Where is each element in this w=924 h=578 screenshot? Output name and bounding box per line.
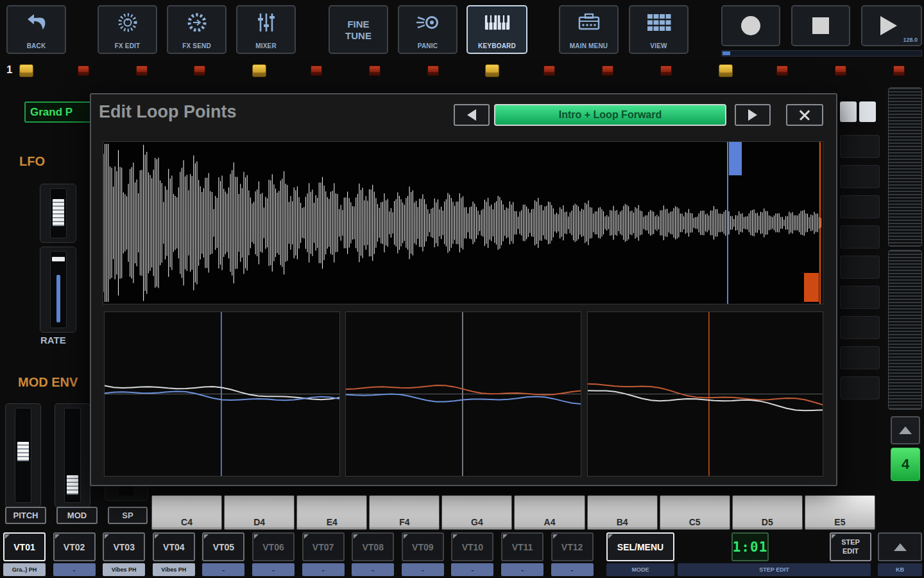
envelope-svg (588, 312, 823, 476)
step-edit-button[interactable]: STEP EDIT (830, 532, 871, 561)
mod-button[interactable]: MOD (56, 507, 98, 524)
page-number-button[interactable]: 4 (891, 448, 920, 481)
fader-slot (64, 408, 81, 503)
envelope-panel-2[interactable] (345, 311, 581, 477)
sel-menu-button[interactable]: SEL/MENU (606, 532, 674, 561)
panic-button[interactable]: PANIC (398, 5, 458, 54)
pad-icon[interactable] (136, 66, 148, 76)
piano-key[interactable]: F4 (369, 495, 440, 530)
piano-key[interactable]: G4 (441, 495, 512, 530)
fader-handle[interactable] (52, 257, 65, 261)
piano-key[interactable]: D4 (224, 495, 295, 530)
track-button[interactable]: VT02 (53, 532, 96, 561)
dialog-close-button[interactable] (786, 104, 823, 126)
scroll-wheel-upper[interactable] (888, 87, 922, 247)
pad-icon[interactable] (427, 66, 439, 76)
view-button[interactable]: VIEW (629, 5, 689, 54)
fader-handle[interactable] (53, 199, 64, 226)
piano-key[interactable]: E5 (805, 495, 875, 530)
piano-key[interactable]: A4 (514, 495, 585, 530)
track-button[interactable]: VT07 (302, 532, 345, 561)
pad-icon[interactable] (660, 66, 672, 76)
pad-icon[interactable] (719, 64, 733, 77)
background-slot (840, 286, 880, 309)
play-button[interactable]: 128.0 (861, 5, 922, 46)
piano-key[interactable]: D5 (732, 495, 803, 530)
lfo-rate-fader[interactable] (40, 247, 76, 333)
track-button[interactable]: VT05 (202, 532, 244, 561)
piano-key[interactable]: E4 (296, 495, 367, 530)
page-up-button[interactable] (891, 416, 920, 444)
octave-spin-control[interactable] (840, 101, 877, 123)
track-button[interactable]: VT03 (103, 532, 145, 561)
pad-icon[interactable] (252, 64, 266, 77)
fx-edit-button[interactable]: FX EDIT (98, 5, 157, 54)
left-arrow-icon (467, 109, 476, 121)
track-button[interactable]: VT12 (551, 532, 594, 561)
track-button[interactable]: VT11 (501, 532, 543, 561)
pad-icon[interactable] (835, 66, 846, 76)
pad-icon[interactable] (543, 66, 555, 76)
pad-icon[interactable] (602, 66, 613, 76)
scroll-wheel-lower[interactable] (888, 250, 922, 410)
mod-env-fader-1[interactable] (5, 403, 41, 507)
track-status-cell: - (501, 563, 543, 576)
pattern-pad-row: 1 (0, 59, 924, 85)
song-position-bar[interactable] (721, 50, 922, 57)
fx-edit-label: FX EDIT (115, 42, 141, 49)
track-button[interactable]: VT06 (252, 532, 295, 561)
pad-icon[interactable] (893, 66, 905, 76)
pitch-button[interactable]: PITCH (5, 507, 46, 524)
loop-start-handle[interactable] (729, 142, 742, 175)
back-button[interactable]: BACK (6, 5, 66, 54)
step-edit-line2: EDIT (843, 547, 859, 556)
envelope-svg (105, 312, 339, 476)
mod-env-fader-2[interactable] (55, 403, 90, 507)
track-button[interactable]: VT01 (3, 532, 46, 561)
track-button[interactable]: VT10 (451, 532, 493, 561)
up-arrow-icon (894, 543, 907, 551)
pad-icon[interactable] (78, 66, 89, 76)
track-button[interactable]: VT09 (402, 532, 444, 561)
track-status-cell: - (352, 563, 394, 576)
lfo-wave-fader[interactable] (40, 184, 76, 243)
record-button[interactable] (721, 5, 780, 46)
loop-end-handle[interactable] (804, 273, 819, 302)
stop-button[interactable] (791, 5, 850, 46)
play-icon (880, 16, 897, 35)
keyboard-up-button[interactable] (878, 532, 922, 561)
fader-level (56, 275, 60, 322)
loop-mode-value: Intro + Loop Forward (559, 109, 662, 121)
pad-icon[interactable] (19, 64, 33, 77)
pad-icon[interactable] (194, 66, 205, 76)
mixer-button[interactable]: MIXER (236, 5, 296, 54)
pad-icon[interactable] (485, 64, 499, 77)
kb-bar: KB (878, 563, 922, 576)
piano-key[interactable]: C4 (151, 495, 222, 530)
sp-button[interactable]: SP (108, 507, 148, 524)
spin-cell (859, 101, 876, 122)
track-status-cell: - (451, 563, 493, 576)
piano-key[interactable]: B4 (587, 495, 658, 530)
pad-icon[interactable] (369, 66, 381, 76)
stop-icon (812, 17, 829, 34)
fader-handle[interactable] (17, 442, 29, 461)
track-status-cell: Gra..) PH (3, 563, 46, 576)
envelope-panel-3[interactable] (587, 311, 823, 477)
pad-icon[interactable] (311, 66, 322, 76)
loop-mode-next-button[interactable] (735, 104, 771, 126)
waveform-display[interactable] (103, 141, 823, 304)
grid-view-icon (647, 10, 671, 35)
fine-tune-button[interactable]: FINE TUNE (329, 5, 388, 54)
piano-key[interactable]: C5 (660, 495, 730, 530)
track-button[interactable]: VT04 (153, 532, 195, 561)
keyboard-button[interactable]: KEYBOARD (466, 5, 527, 54)
main-menu-button[interactable]: MAIN MENU (559, 5, 619, 54)
loop-mode-select[interactable]: Intro + Loop Forward (494, 104, 726, 126)
fx-send-button[interactable]: FX SEND (167, 5, 227, 54)
fader-handle[interactable] (67, 475, 78, 495)
loop-mode-prev-button[interactable] (454, 104, 490, 126)
pad-icon[interactable] (776, 66, 788, 76)
envelope-panel-1[interactable] (104, 311, 340, 477)
track-button[interactable]: VT08 (352, 532, 394, 561)
